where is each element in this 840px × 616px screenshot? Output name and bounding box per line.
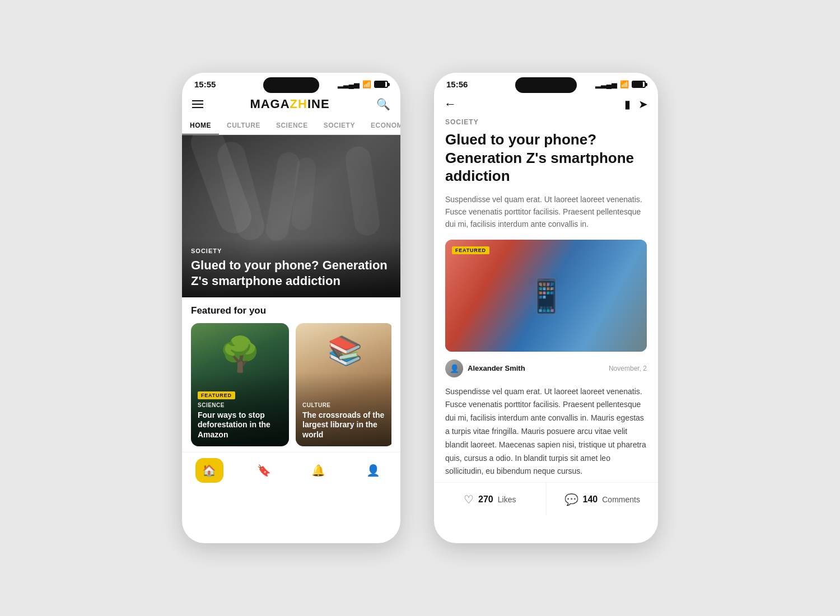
card-forest-overlay: FEATURED SCIENCE Four ways to stop defor… [191, 382, 289, 447]
author-avatar: 👤 [445, 360, 463, 377]
nav-notifications[interactable]: 🔔 [305, 458, 333, 483]
nav-bookmark[interactable]: 🔖 [250, 458, 278, 483]
article-content: SOCIETY Glued to your phone? Generation … [434, 118, 658, 482]
time-right: 15:56 [446, 80, 468, 89]
bookmark-button[interactable]: ▮ [624, 97, 631, 111]
comments-label: Comments [602, 495, 640, 504]
card-forest[interactable]: FEATURED SCIENCE Four ways to stop defor… [191, 323, 289, 446]
signal-icon-right: ▂▃▄▅ [595, 80, 617, 88]
battery-icon [374, 81, 388, 88]
article-featured-image: FEATURED 📱 [445, 240, 647, 352]
time-left: 15:55 [194, 80, 216, 89]
article-title: Glued to your phone? Generation Z's smar… [445, 130, 647, 185]
home-icon: 🏠 [202, 464, 216, 477]
card-category-2: CULTURE [302, 402, 387, 408]
hero-category: SOCIETY [191, 248, 391, 254]
search-button[interactable]: 🔍 [376, 97, 390, 111]
card-category-1: SCIENCE [198, 402, 282, 408]
wifi-icon-right: 📶 [620, 80, 629, 88]
dynamic-island-left [263, 77, 319, 93]
heart-icon: ♡ [464, 493, 474, 506]
featured-badge-1: FEATURED [198, 391, 235, 399]
featured-section: Featured for you FEATURED SCIENCE Four w… [182, 297, 400, 452]
wifi-icon: 📶 [362, 80, 371, 88]
article-bottom-bar: ♡ 270 Likes 💬 140 Comments [434, 482, 658, 516]
article-image-bg: 📱 [445, 240, 647, 352]
status-bar-left: 15:55 ▂▃▄▅ 📶 [182, 73, 400, 92]
article-category: SOCIETY [445, 118, 647, 126]
menu-button[interactable] [192, 100, 203, 108]
card-title-2: The crossroads of the largest library in… [302, 410, 387, 440]
author-row: 👤 Alexander Smith November, 2 [445, 360, 647, 377]
status-icons-left: ▂▃▄▅ 📶 [338, 80, 388, 88]
tab-society[interactable]: SOCIETY [316, 117, 363, 134]
back-button[interactable]: ← [444, 97, 456, 111]
left-phone: 15:55 ▂▃▄▅ 📶 MAGAZHINE 🔍 HOME CULTURE SC… [182, 73, 400, 543]
article-date: November, 2 [609, 365, 647, 372]
bookmark-icon: 🔖 [257, 464, 271, 477]
nav-profile[interactable]: 👤 [359, 458, 387, 483]
img-overlay: 📱 [445, 240, 647, 352]
featured-badge-article: FEATURED [452, 246, 489, 254]
logo-part3: INE [307, 97, 330, 111]
app-header-left: MAGAZHINE 🔍 [182, 92, 400, 117]
card-title-1: Four ways to stop deforestation in the A… [198, 410, 282, 440]
nav-home[interactable]: 🏠 [195, 458, 223, 483]
share-button[interactable]: ➤ [638, 97, 648, 111]
img-emoji: 📱 [529, 279, 563, 312]
likes-button[interactable]: ♡ 270 Likes [434, 483, 546, 516]
dynamic-island-right [515, 77, 577, 93]
battery-icon-right [632, 81, 646, 88]
article-intro: Suspendisse vel quam erat. Ut laoreet la… [445, 193, 647, 231]
right-phone: 15:56 ▂▃▄▅ 📶 ← ▮ ➤ SOCIETY Glued to your… [434, 73, 658, 543]
nav-tabs: HOME CULTURE SCIENCE SOCIETY ECONOM [182, 117, 400, 135]
comments-button[interactable]: 💬 140 Comments [546, 483, 659, 516]
tab-economy[interactable]: ECONOM [363, 117, 400, 134]
comments-count: 140 [583, 494, 598, 505]
card-library[interactable]: CULTURE The crossroads of the largest li… [296, 323, 391, 446]
status-icons-right: ▂▃▄▅ 📶 [595, 80, 646, 88]
app-logo: MAGAZHINE [250, 97, 329, 111]
article-header: ← ▮ ➤ [434, 92, 658, 118]
logo-part2: ZH [290, 97, 307, 111]
hero-overlay: SOCIETY Glued to your phone? Generation … [182, 239, 400, 297]
author-info: 👤 Alexander Smith [445, 360, 525, 377]
card-library-overlay: CULTURE The crossroads of the largest li… [296, 395, 391, 447]
signal-icon: ▂▃▄▅ [338, 80, 360, 88]
avatar-emoji: 👤 [450, 364, 459, 373]
bottom-nav: 🏠 🔖 🔔 👤 [182, 452, 400, 494]
tab-science[interactable]: SCIENCE [268, 117, 316, 134]
likes-count: 270 [478, 494, 493, 505]
article-body: Suspendisse vel quam erat. Ut laoreet la… [445, 385, 647, 479]
article-header-icons: ▮ ➤ [624, 97, 648, 111]
status-bar-right: 15:56 ▂▃▄▅ 📶 [434, 73, 658, 92]
hero-carousel[interactable]: SOCIETY Glued to your phone? Generation … [182, 135, 400, 297]
author-name: Alexander Smith [468, 364, 525, 372]
profile-icon: 👤 [366, 464, 380, 477]
comment-icon: 💬 [564, 493, 578, 506]
tab-culture[interactable]: CULTURE [219, 117, 268, 134]
bell-icon: 🔔 [311, 464, 325, 477]
tab-home[interactable]: HOME [182, 117, 219, 135]
cards-row: FEATURED SCIENCE Four ways to stop defor… [191, 323, 391, 446]
logo-part1: MAGA [250, 97, 290, 111]
featured-heading: Featured for you [191, 305, 391, 316]
hero-title: Glued to your phone? Generation Z's smar… [191, 258, 391, 288]
likes-label: Likes [498, 495, 516, 504]
